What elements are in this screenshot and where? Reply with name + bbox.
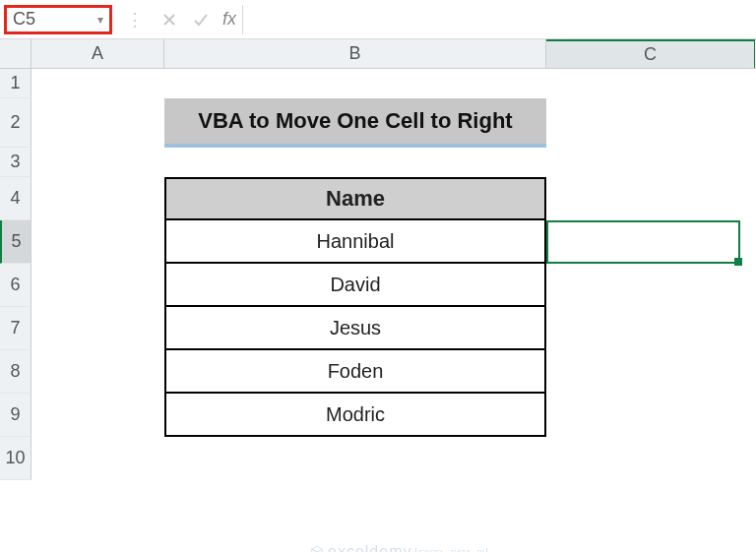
cell-a4[interactable] — [32, 177, 164, 220]
enter-icon — [185, 5, 217, 34]
row-header-6[interactable]: 6 — [0, 264, 32, 307]
cell-c1[interactable] — [546, 69, 755, 98]
cell-a5[interactable] — [32, 220, 164, 264]
table-header-name[interactable]: Name — [164, 177, 546, 220]
row-header-8[interactable]: 8 — [0, 350, 32, 394]
cell-c6[interactable] — [546, 264, 755, 307]
row: 7 Jesus — [0, 307, 756, 350]
col-header-a[interactable]: A — [32, 39, 164, 68]
row: 3 — [0, 148, 756, 177]
row-header-10[interactable]: 10 — [0, 437, 32, 480]
cell-c7[interactable] — [546, 307, 755, 350]
cell-a6[interactable] — [32, 264, 164, 307]
title-cell[interactable]: VBA to Move One Cell to Right — [164, 98, 546, 148]
col-header-c[interactable]: C — [546, 39, 755, 68]
cell-a7[interactable] — [32, 307, 164, 350]
cell-a8[interactable] — [32, 350, 164, 394]
watermark-brand: exceldemy — [328, 543, 411, 552]
separator: ⋮ — [116, 9, 154, 31]
row-header-1[interactable]: 1 — [0, 69, 32, 98]
cell-b1[interactable] — [164, 69, 546, 98]
name-box-value: C5 — [13, 9, 35, 30]
column-headers: A B C — [0, 39, 756, 69]
cell-c9[interactable] — [546, 394, 755, 437]
row-header-9[interactable]: 9 — [0, 394, 32, 437]
table-row[interactable]: David — [164, 264, 546, 307]
cube-icon — [310, 545, 324, 552]
row-header-7[interactable]: 7 — [0, 307, 32, 350]
row: 1 — [0, 69, 756, 98]
row: 8 Foden — [0, 350, 756, 394]
fx-label[interactable]: fx — [217, 9, 242, 30]
chevron-down-icon[interactable]: ▾ — [97, 13, 103, 27]
cell-c8[interactable] — [546, 350, 755, 394]
row: 2 VBA to Move One Cell to Right — [0, 98, 756, 148]
row: 10 — [0, 437, 756, 480]
table-row[interactable]: Foden — [164, 350, 546, 394]
row: 6 David — [0, 264, 756, 307]
select-all-corner[interactable] — [0, 39, 32, 68]
row-header-2[interactable]: 2 — [0, 98, 32, 148]
col-header-b[interactable]: B — [164, 39, 546, 68]
watermark-tagline: EXCEL · DATA · BI — [415, 548, 487, 553]
row: 5 Hannibal — [0, 220, 756, 264]
table-row[interactable]: Jesus — [164, 307, 546, 350]
cell-c2[interactable] — [546, 98, 755, 148]
row-header-4[interactable]: 4 — [0, 177, 32, 220]
row: 9 Modric — [0, 394, 756, 437]
table-row[interactable]: Modric — [164, 394, 546, 437]
cell-a9[interactable] — [32, 394, 164, 437]
cancel-icon — [154, 5, 185, 34]
cell-a3[interactable] — [32, 148, 164, 177]
cell-a2[interactable] — [32, 98, 164, 148]
name-box[interactable]: C5 ▾ — [4, 5, 112, 34]
cell-a10[interactable] — [32, 437, 164, 480]
cell-a1[interactable] — [32, 69, 164, 98]
cell-c4[interactable] — [546, 177, 755, 220]
row-header-5[interactable]: 5 — [0, 220, 32, 264]
formula-bar: C5 ▾ ⋮ fx — [0, 0, 756, 39]
cell-b10[interactable] — [164, 437, 546, 480]
table-row[interactable]: Hannibal — [164, 220, 546, 264]
row-header-3[interactable]: 3 — [0, 148, 32, 177]
watermark: exceldemy EXCEL · DATA · BI — [310, 543, 487, 552]
formula-input[interactable] — [242, 5, 756, 34]
cell-c3[interactable] — [546, 148, 755, 177]
row: 4 Name — [0, 177, 756, 220]
spreadsheet-grid: A B C 1 2 VBA to Move One Cell to Right … — [0, 39, 756, 480]
cell-c5-selected[interactable] — [546, 220, 755, 264]
cell-b3[interactable] — [164, 148, 546, 177]
cell-c10[interactable] — [546, 437, 755, 480]
